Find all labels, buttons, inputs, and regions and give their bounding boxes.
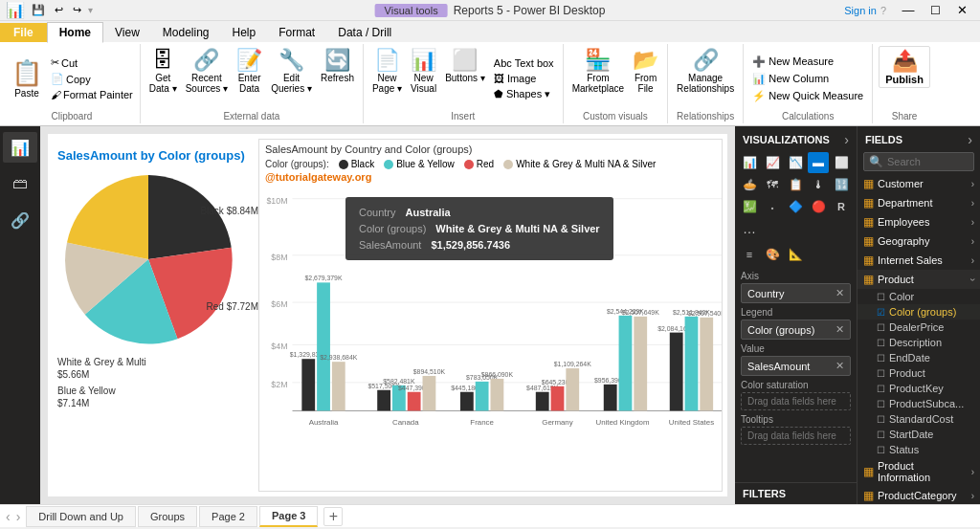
tab-modeling[interactable]: Modeling	[151, 23, 221, 42]
new-visual-button[interactable]: 📊 NewVisual	[408, 46, 439, 111]
format-painter-button[interactable]: 🖌 Format Painter	[48, 88, 136, 101]
field-group-productcategory[interactable]: ▦ ProductCategory ›	[858, 486, 980, 504]
relationships-label: Relationships	[674, 111, 737, 121]
from-file-button[interactable]: 📂 FromFile	[630, 46, 661, 96]
textbox-button[interactable]: Abc Text box	[491, 56, 557, 70]
recent-sources-button[interactable]: 🔗 RecentSources ▾	[183, 46, 231, 96]
field-group-employees[interactable]: ▦ Employees ›	[858, 212, 980, 231]
tab-drill-down[interactable]: Drill Down and Up	[26, 506, 136, 527]
tab-page2[interactable]: Page 2	[199, 506, 257, 527]
field-item-startdate[interactable]: ☐ StartDate	[858, 427, 980, 442]
viz-icon-scatter[interactable]: ⬩	[762, 196, 783, 217]
new-measure-button[interactable]: ➕ New Measure	[749, 55, 866, 69]
viz-panel-expand[interactable]: ›	[844, 132, 849, 147]
qat-redo[interactable]: ↪	[70, 3, 84, 17]
viz-icon-table[interactable]: 📋	[785, 174, 806, 195]
fields-search-input[interactable]	[887, 156, 969, 167]
image-button[interactable]: 🖼 Image	[491, 72, 557, 85]
field-item-standardcost[interactable]: ☐ StandardCost	[858, 411, 980, 427]
close-button[interactable]: ✕	[949, 3, 974, 18]
field-group-internet-sales[interactable]: ▦ Internet Sales ›	[858, 251, 980, 270]
viz-icon-map[interactable]: 🗺	[762, 174, 783, 195]
paste-button[interactable]: 📋 Paste	[8, 46, 46, 111]
publish-button[interactable]: 📤 Publish	[879, 46, 930, 88]
tooltips-drop[interactable]: Drag data fields here	[741, 427, 851, 445]
viz-icon-line-chart[interactable]: 📈	[762, 152, 783, 173]
field-item-color[interactable]: ☐ Color	[858, 289, 980, 304]
viz-icon-donut[interactable]: 🔴	[808, 196, 829, 217]
productcategory-arrow: ›	[971, 491, 974, 501]
field-group-department[interactable]: ▦ Department ›	[858, 193, 980, 212]
viz-icon-funnel[interactable]: 💹	[739, 196, 760, 217]
viz-icon-r[interactable]: R	[831, 196, 852, 217]
field-item-productkey[interactable]: ☐ ProductKey	[858, 381, 980, 396]
tab-page3[interactable]: Page 3	[259, 506, 318, 527]
model-view-button[interactable]: 🔗	[3, 205, 37, 235]
field-group-customer[interactable]: ▦ Customer ›	[858, 174, 980, 193]
viz-icon-pie[interactable]: 🥧	[739, 174, 760, 195]
shapes-button[interactable]: ⬟ Shapes ▾	[491, 87, 557, 101]
field-group-product[interactable]: ▦ Product ›	[858, 270, 980, 289]
tab-home[interactable]: Home	[47, 22, 103, 43]
tab-data-drill[interactable]: Data / Drill	[326, 23, 403, 42]
refresh-button[interactable]: 🔄 Refresh	[318, 46, 357, 85]
field-group-geography[interactable]: ▦ Geography ›	[858, 231, 980, 251]
field-item-enddate[interactable]: ☐ EndDate	[858, 350, 980, 365]
manage-relationships-button[interactable]: 🔗 ManageRelationships	[674, 46, 737, 96]
field-item-productsubca[interactable]: ☐ ProductSubca...	[858, 396, 980, 411]
viz-icon-card[interactable]: 🔢	[831, 174, 852, 195]
maximize-button[interactable]: ☐	[923, 3, 947, 18]
copy-button[interactable]: 📄 Copy	[48, 72, 136, 86]
value-property: Value SalesAmount ✕	[741, 343, 851, 376]
new-page-button[interactable]: 📄 NewPage ▾	[369, 46, 405, 111]
qat-undo[interactable]: ↩	[52, 3, 66, 17]
minimize-button[interactable]: —	[896, 3, 921, 18]
qat-save[interactable]: 💾	[29, 3, 48, 17]
new-column-button[interactable]: 📊 New Column	[749, 72, 866, 86]
viz-icon-gauge[interactable]: 🌡	[808, 174, 829, 195]
field-item-product[interactable]: ☐ Product	[858, 365, 980, 381]
nav-next[interactable]: ›	[14, 509, 23, 524]
tab-help[interactable]: Help	[221, 23, 268, 42]
field-group-product-info[interactable]: ▦ Product Information ›	[858, 457, 980, 486]
fields-panel-expand[interactable]: ›	[968, 132, 972, 147]
field-item-description[interactable]: ☐ Description	[858, 335, 980, 350]
field-item-status[interactable]: ☐ Status	[858, 442, 980, 457]
viz-icon-paint[interactable]: 🎨	[762, 244, 783, 265]
color-saturation-drop[interactable]: Drag data fields here	[741, 392, 851, 410]
viz-icon-area-chart[interactable]: 📉	[785, 152, 806, 173]
legend-white: White & Grey & Multi NA & Silver	[516, 159, 656, 169]
edit-queries-button[interactable]: 🔧 EditQueries ▾	[268, 46, 315, 96]
nav-prev[interactable]: ‹	[4, 509, 12, 524]
value-value[interactable]: SalesAmount ✕	[741, 356, 851, 376]
get-data-button[interactable]: 🗄 GetData ▾	[146, 46, 180, 96]
tab-groups[interactable]: Groups	[138, 506, 197, 527]
field-item-dealer-price[interactable]: ☐ DealerPrice	[858, 320, 980, 335]
tab-format[interactable]: Format	[267, 23, 326, 42]
viz-icon-slicer[interactable]: ≡	[739, 244, 760, 265]
internet-sales-arrow: ›	[971, 255, 974, 266]
viz-icon-100-bar[interactable]: ⬜	[831, 152, 852, 173]
viz-icon-analytics[interactable]: 📐	[785, 244, 806, 265]
add-page-button[interactable]: +	[323, 507, 343, 526]
tab-file[interactable]: File	[0, 23, 47, 42]
viz-icon-waterfall[interactable]: 🔷	[785, 196, 806, 217]
new-quick-measure-button[interactable]: ⚡ New Quick Measure	[749, 89, 866, 103]
field-item-color-groups[interactable]: ☑ Color (groups)	[858, 304, 980, 320]
report-view-button[interactable]: 📊	[3, 132, 37, 163]
viz-icon-stacked-bar[interactable]: ▬	[808, 152, 829, 173]
svg-text:$866,090K: $866,090K	[481, 371, 514, 378]
from-marketplace-button[interactable]: 🏪 FromMarketplace	[569, 46, 627, 96]
cut-button[interactable]: ✂ Cut	[48, 55, 136, 70]
data-view-button[interactable]: 🗃	[3, 168, 37, 199]
axis-value[interactable]: Country ✕	[741, 283, 851, 303]
legend-value[interactable]: Color (groups) ✕	[741, 320, 851, 340]
tooltips-label: Tooltips	[741, 414, 851, 425]
bar-chart-title: SalesAmount by Country and Color (groups…	[259, 140, 722, 157]
viz-icon-more[interactable]: …	[739, 218, 760, 239]
viz-icon-bar-chart[interactable]: 📊	[739, 152, 760, 173]
buttons-button[interactable]: ⬜ Buttons ▾	[442, 46, 488, 111]
tab-view[interactable]: View	[103, 23, 151, 42]
sign-in-button[interactable]: Sign in	[844, 5, 877, 16]
enter-data-button[interactable]: 📝 EnterData	[234, 46, 265, 96]
